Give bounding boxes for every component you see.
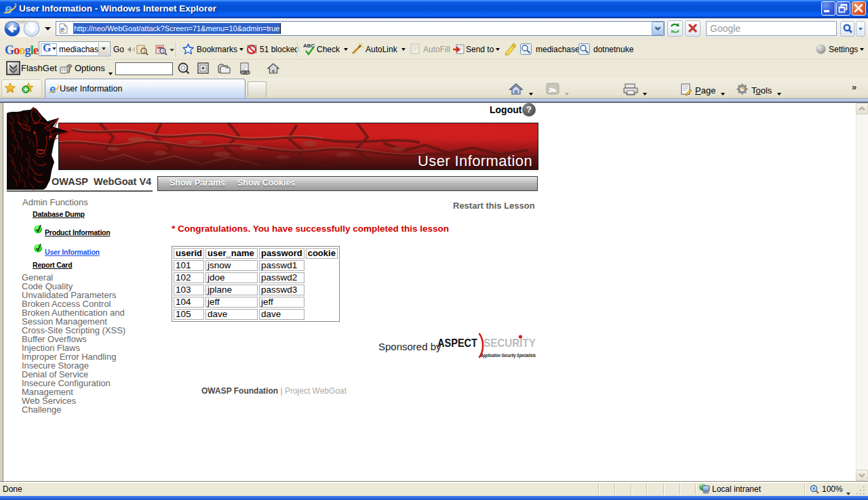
svg-text:e: e: [5, 2, 12, 16]
svg-text:e: e: [60, 26, 64, 33]
svg-text:e: e: [50, 83, 56, 95]
svg-text:Application Security Specialis: Application Security Specialists: [480, 352, 536, 358]
svg-text:SECURITY: SECURITY: [484, 337, 536, 350]
svg-text:ASPECT: ASPECT: [437, 337, 478, 350]
